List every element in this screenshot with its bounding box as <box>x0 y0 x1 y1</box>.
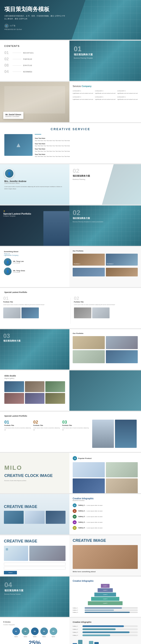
circles-title: 5 Circles <box>3 621 66 623</box>
circles-subtitle: Creative Infographic <box>3 624 66 625</box>
circle-item-3: 03 Option <box>31 628 38 637</box>
circle-item-5: 05 Option <box>50 628 57 637</box>
col-num-2: 02 <box>74 296 138 301</box>
bar-track-1 <box>82 625 138 627</box>
slide-10-gallery: Slide double Aligned gallery <box>0 370 141 411</box>
section-title: 项目策划商务方案 <box>74 53 93 56</box>
circle-item-4: 04 Option <box>40 628 48 637</box>
stack-img-3 <box>46 511 66 524</box>
person-card-2: 👤 Mr. Tony Ones Co-Founder <box>4 268 66 275</box>
item-num-1: 01 <box>4 50 11 55</box>
portfolio-right: Our Portfolio Portfolio 1 Portfolio 2 <box>70 247 141 287</box>
logo-text: □□广告 <box>10 24 16 27</box>
form-field-1 <box>4 563 66 566</box>
services-header: Services Company <box>73 85 138 88</box>
slide-6-special-latest: ★ Special Lastest Portfolio Creative Tem… <box>0 206 141 246</box>
item-line-4 <box>12 72 21 72</box>
timeline-text-2: Gallery 2 — Lorem ipsum dolor sit amet <box>78 510 102 512</box>
prog-bar-2: Gallery 2 <box>73 610 138 611</box>
col-text-1: Lorem ipsum dolor sit amet consectetur a… <box>3 304 67 306</box>
avatar-2: 👤 <box>4 268 12 275</box>
circle-label-4: Option <box>42 636 46 637</box>
pyramid-level-2: Level 2 <box>98 588 113 592</box>
slide-13-creative-image: CREATIVE IMAGE Creative Infographic Busi… <box>0 494 141 534</box>
creative-clock-title: CREATIVE CLOCK IMAGE <box>4 474 65 478</box>
section-description: Business Planning Template for creative … <box>73 221 103 223</box>
coffee-text: Write here something about <box>4 569 27 571</box>
form-submit-button[interactable]: Submit <box>4 571 17 574</box>
timeline-dot-4: 04 <box>73 520 76 524</box>
circles-left: 5 Circles Creative Infographic 01 Option… <box>0 618 70 644</box>
pyramid-level-5: Level 5 <box>88 601 122 605</box>
timeline-dot-1: 01 <box>73 504 76 507</box>
contents-title: CONTENTS <box>4 45 65 47</box>
left-content: 03 项目策划商务方案 <box>3 332 20 342</box>
text-item-2: Your Text Here Your Text Here Your Text … <box>35 143 137 147</box>
percent-display: 25% Creative Infographic <box>3 640 66 644</box>
port-item-2 <box>106 336 138 349</box>
infographic-right: Creative Infographic Business timeline 0… <box>70 494 141 534</box>
slide-5-profile: 👤 Mrs. Jennifer Andrew Chief Executive O… <box>0 164 141 204</box>
timeline-text-5: Gallery 5 — Lorem ipsum dolor sit amet <box>78 527 102 529</box>
timeline-item-4: 04 Gallery 4 — Lorem ipsum dolor sit ame… <box>73 520 138 524</box>
special-latest-right: 02 项目策划商务方案 Business Planning Template f… <box>70 206 141 246</box>
pyramid-left-content: 04 项目策划商务方案 Business Planning Template <box>4 581 65 595</box>
service-5: CATEGORY 5 LightStudio sml sml smlsml sm… <box>95 96 116 100</box>
portfolio-label-1: Portfolio 1 <box>74 263 80 264</box>
arch-left: 03 项目策划商务方案 <box>0 329 70 370</box>
circle-5: 05 <box>50 628 57 635</box>
bar-fill-1 <box>82 625 124 627</box>
col-text-2: Lorem ipsum dolor sit amet consectetur a… <box>74 304 138 306</box>
circle-label-2: Option <box>24 636 27 637</box>
presented-by: PRESENTED BY 32cTent <box>4 29 22 30</box>
timeline-item-3: 03 Gallery 3 — Lorem ipsum dolor sit ame… <box>73 515 138 518</box>
item-num-4: 04 <box>4 70 11 74</box>
about-title: Something About <box>4 250 66 252</box>
hero-subtitle: 注重'设施'策划与项目执行。从 市、投资、打造您的功能板、建立 公司中心十年以上… <box>4 15 65 20</box>
portfolio2-content: 01 Portfolio Title Lorem ipsum dolor sit… <box>4 420 137 448</box>
item-text-1: 项目分析与定位 <box>23 52 34 54</box>
coffee-image: Write here something about <box>73 545 138 569</box>
circle-item-1: 01 Option <box>12 628 20 637</box>
slide-14-creative-image2: CREATIVE IMAGE Submit CREATIVE IMAGE Wri… <box>0 535 141 576</box>
person-description: Lorem ipsum dolor sit amet consectetur a… <box>4 186 65 190</box>
portfolio-item-1: Portfolio 1 <box>73 254 105 266</box>
section-subtitle: Business Planning Template <box>74 57 93 59</box>
circle-3: 03 <box>31 628 38 635</box>
circle-item-2: 02 Option <box>22 628 29 637</box>
item-line-2 <box>12 59 21 59</box>
circle-2: 02 <box>22 628 29 635</box>
bars-title: Creative Infographic <box>73 621 138 623</box>
thumb-1 <box>3 308 20 318</box>
portfolio-col-2: 02 Portfolio Title Lorem ipsum dolor sit… <box>71 296 141 326</box>
timeline-text-4: Gallery 4 — Lorem ipsum dolor sit amet <box>78 521 102 523</box>
section-desc: Business Planning Template <box>4 593 65 595</box>
clock-right: ★ Popular Product <box>70 453 141 493</box>
desk-background: Mr. Daniel Simon Business Consultant <box>0 82 70 122</box>
prog-bar-3: Gallery 3 <box>73 612 138 613</box>
section-title: 项目策划商务方案 <box>73 217 103 220</box>
creative14-title-l: CREATIVE IMAGE <box>4 539 66 544</box>
product-grid <box>73 462 138 493</box>
bar-label-4: Gallery 4 <box>73 635 81 636</box>
bar-items: Gallery 1 Gallery 2 Gallery 3 Gallery 4 <box>73 625 138 636</box>
bar-fill-2 <box>82 628 116 630</box>
gallery-item-3 <box>45 381 65 392</box>
circle-label-3: Option <box>33 636 36 637</box>
timeline-item-2: 02 Gallery 2 — Lorem ipsum dolor sit ame… <box>73 509 138 513</box>
slide-double-title: Slide double <box>4 375 65 377</box>
col-num-1: 01 <box>3 296 67 301</box>
bar-track-4 <box>82 634 138 636</box>
bar-item-1: Gallery 1 <box>73 625 138 627</box>
circle-4: 04 <box>40 628 48 635</box>
slide-9-arch-portfolio: 03 项目策划商务方案 Our Portfolio <box>0 329 141 370</box>
section-num: 03 <box>3 332 20 339</box>
slide-8-portfolio: Special Lastest Portfolio 01 Portfolio T… <box>0 288 141 328</box>
person-card-1: 👤 Mr. Tony Lee Co-Founder <box>4 258 66 266</box>
timeline-dot-2: 02 <box>73 509 76 513</box>
creative14-title-r: CREATIVE IMAGE <box>73 538 138 543</box>
gallery-left: Slide double Aligned gallery <box>0 370 70 411</box>
bar-fill-4 <box>82 634 110 636</box>
services-left: Mr. Daniel Simon Business Consultant <box>0 82 70 122</box>
pyramid-title: Creative Infographic <box>73 580 138 582</box>
